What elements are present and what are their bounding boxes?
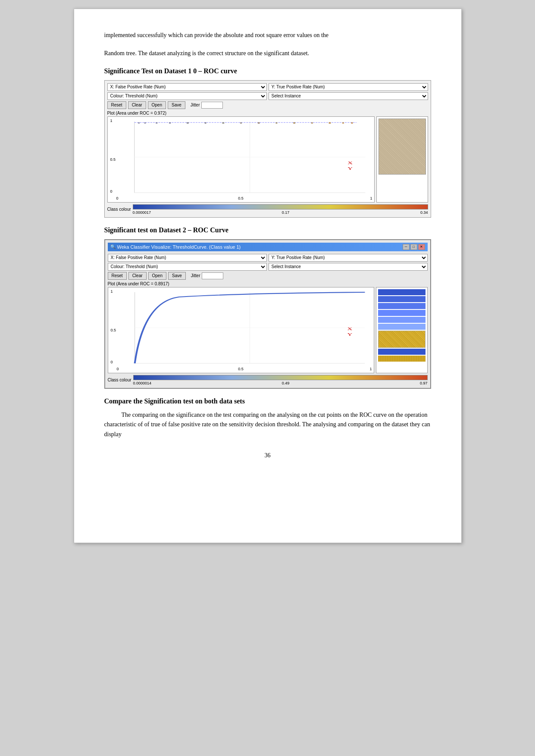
svg-point-6 (144, 122, 146, 123)
y-mid-1: 0.5 (110, 157, 116, 162)
roc-row-colour-1: Colour: Threshold (Num) Select Instance (107, 92, 428, 100)
win-title-2: 🔍 Weka Classifier Visualize: ThresholdCu… (110, 244, 241, 250)
svg-point-17 (329, 122, 331, 124)
y-axis-select-1[interactable]: Y: True Positive Rate (Num) (269, 83, 428, 91)
y-bot-2: 0 (111, 360, 113, 364)
svg-point-19 (351, 122, 353, 123)
colour-select-1[interactable]: Colour: Threshold (Num) (107, 92, 267, 100)
x-left-2: 0 (117, 367, 119, 371)
svg-point-11 (222, 122, 224, 124)
chart-legend-1 (376, 116, 428, 203)
legend-bar-2 (378, 296, 425, 302)
svg-text:Y: Y (347, 166, 353, 171)
svg-text:Y: Y (347, 332, 352, 337)
colour-bar-wrapper-2: 0.0000014 0.49 0.97 (133, 375, 428, 385)
legend-items-1 (377, 117, 428, 202)
colour-val-left-1: 0.0000017 (133, 210, 151, 215)
plot-label-1: Plot (Area under ROC = 0.972) (107, 111, 428, 116)
legend-bar-8 (378, 356, 425, 362)
svg-point-9 (186, 122, 188, 124)
save-btn-1[interactable]: Save (168, 101, 185, 109)
legend-bar-5 (378, 317, 425, 323)
roc-row-x-2: X: False Positive Rate (Num) Y: True Pos… (108, 254, 428, 262)
intro-text-2: Random tree. The dataset analyzing is th… (104, 49, 431, 58)
svg-point-12 (240, 122, 241, 123)
colour-val-right-1: 0.34 (420, 210, 428, 215)
svg-text:X: X (347, 327, 352, 331)
svg-point-5 (138, 122, 140, 123)
x-mid-1: 0.5 (238, 196, 244, 200)
y-axis-select-2[interactable]: Y: True Positive Rate (Num) (269, 254, 428, 262)
chart-legend-2 (376, 287, 428, 373)
page-number: 36 (104, 452, 431, 459)
chart-main-2: 1 0.5 0 0 0.5 1 X Y (108, 287, 374, 373)
chart-svg-1: X Y (108, 117, 374, 202)
class-colour-row-2: Class colour 0.0000014 0.49 0.97 (108, 375, 428, 385)
chart-svg-2: X Y (108, 287, 374, 373)
class-colour-label-2: Class colour (108, 378, 131, 382)
roc-panel-2: 🔍 Weka Classifier Visualize: ThresholdCu… (104, 239, 431, 389)
plot-label-2: Plot (Area under ROC = 0.8917) (108, 281, 428, 286)
roc-row-btns-2: Reset Clear Open Save Jitter (108, 272, 428, 280)
roc-row-btns-1: Reset Clear Open Save Jitter (107, 101, 428, 109)
roc-controls-2: X: False Positive Rate (Num) Y: True Pos… (108, 254, 428, 280)
legend-items-2 (376, 287, 427, 373)
svg-text:X: X (347, 161, 353, 165)
svg-point-13 (257, 122, 260, 124)
instance-select-1[interactable]: Select Instance (269, 92, 428, 100)
chart-container-2: 1 0.5 0 0 0.5 1 X Y (108, 287, 428, 373)
conclusion-text: The comparing on the significance on the… (104, 410, 431, 439)
save-btn-2[interactable]: Save (168, 272, 186, 280)
window-titlebar-2: 🔍 Weka Classifier Visualize: ThresholdCu… (108, 243, 428, 251)
class-colour-label-1: Class colour (107, 207, 131, 212)
y-bot-1: 0 (110, 189, 113, 194)
win-title-text: Weka Classifier Visualize: ThresholdCurv… (117, 244, 241, 250)
x-axis-select-1[interactable]: X: False Positive Rate (Num) (107, 83, 267, 91)
x-left-1: 0 (116, 196, 119, 200)
svg-point-7 (156, 122, 157, 123)
colour-labels-1: 0.0000017 0.17 0.34 (133, 210, 428, 215)
class-colour-row-1: Class colour 0.0000017 0.17 0.34 (107, 204, 428, 215)
roc-panel-1: X: False Positive Rate (Num) Y: True Pos… (104, 80, 431, 218)
roc-row-colour-2: Colour: Threshold (Num) Select Instance (108, 263, 428, 271)
close-btn[interactable]: ✕ (418, 244, 425, 250)
jitter-input-1[interactable] (201, 102, 223, 109)
open-btn-2[interactable]: Open (148, 272, 166, 280)
reset-btn-2[interactable]: Reset (108, 272, 127, 280)
x-mid-2: 0.5 (238, 367, 244, 371)
colour-val-mid-2: 0.49 (282, 381, 290, 385)
maximize-btn[interactable]: □ (410, 244, 417, 250)
clear-btn-2[interactable]: Clear (128, 272, 147, 280)
svg-point-18 (342, 122, 344, 123)
page: implemented successfully which can provi… (74, 9, 462, 543)
roc-controls-1: X: False Positive Rate (Num) Y: True Pos… (107, 83, 428, 109)
x-axis-select-2[interactable]: X: False Positive Rate (Num) (108, 254, 267, 262)
colour-val-mid-1: 0.17 (282, 210, 290, 215)
colour-select-2[interactable]: Colour: Threshold (Num) (108, 263, 267, 271)
open-btn-1[interactable]: Open (148, 101, 166, 109)
minimize-btn[interactable]: ─ (403, 244, 410, 250)
colour-bar-wrapper-1: 0.0000017 0.17 0.34 (133, 204, 428, 215)
roc-row-x-1: X: False Positive Rate (Num) Y: True Pos… (107, 83, 428, 91)
colour-bar-2 (133, 375, 428, 380)
legend-bar-6 (378, 324, 425, 330)
jitter-input-2[interactable] (202, 272, 223, 279)
colour-bar-1 (133, 204, 428, 209)
jitter-label-2: Jitter (191, 273, 200, 278)
instance-select-2[interactable]: Select Instance (269, 263, 428, 271)
y-top-1: 1 (110, 119, 113, 123)
jitter-label-1: Jitter (191, 103, 200, 107)
legend-texture-1 (379, 119, 426, 175)
svg-point-14 (275, 122, 277, 123)
legend-bar-3 (378, 303, 425, 309)
clear-btn-1[interactable]: Clear (128, 101, 146, 109)
window-controls-2: ─ □ ✕ (403, 244, 425, 250)
win-icon: 🔍 (110, 244, 116, 249)
colour-labels-2: 0.0000014 0.49 0.97 (133, 381, 428, 385)
intro-text-1: implemented successfully which can provi… (104, 31, 431, 40)
y-mid-2: 0.5 (111, 328, 116, 332)
svg-point-8 (169, 122, 171, 123)
x-right-2: 1 (369, 367, 372, 371)
reset-btn-1[interactable]: Reset (107, 101, 126, 109)
colour-val-left-2: 0.0000014 (133, 381, 152, 385)
